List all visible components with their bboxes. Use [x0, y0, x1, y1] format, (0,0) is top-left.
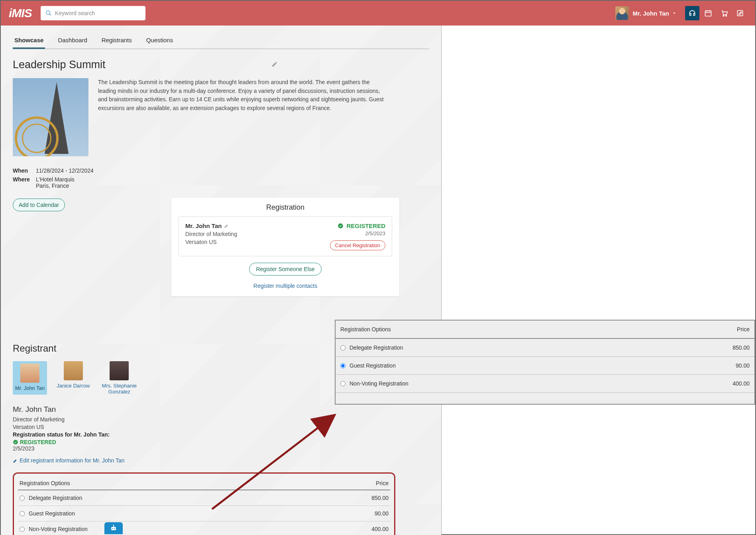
- option-row[interactable]: Delegate Registration 850.00: [18, 490, 390, 506]
- option-label: Delegate Registration: [29, 495, 371, 501]
- registrant-status-date: 2/5/2023: [13, 445, 429, 452]
- add-to-calendar-button[interactable]: Add to Calendar: [13, 199, 65, 211]
- tab-registrants[interactable]: Registrants: [100, 33, 134, 49]
- tab-showcase[interactable]: Showcase: [13, 33, 45, 49]
- registrant-name: Mr. John Tan: [15, 385, 45, 391]
- user-menu[interactable]: Mr. John Tan: [615, 6, 677, 20]
- when-value: 11/28/2024 - 12/2/2024: [36, 167, 94, 174]
- option-radio[interactable]: [340, 381, 346, 386]
- registration-options-panel: Registration Options Price Delegate Regi…: [13, 472, 395, 535]
- cancel-registration-button[interactable]: Cancel Registration: [330, 240, 385, 250]
- calendar-icon[interactable]: [701, 6, 715, 20]
- option-radio[interactable]: [20, 496, 25, 501]
- option-price: 850.00: [371, 495, 389, 501]
- option-label: Non-Voting Registration: [29, 526, 371, 532]
- svg-line-1: [49, 14, 51, 16]
- edit-event-icon[interactable]: [271, 61, 278, 69]
- when-label: When: [13, 167, 36, 174]
- svg-point-0: [46, 11, 50, 14]
- svg-rect-11: [111, 527, 116, 530]
- option-row[interactable]: Delegate Registration 850.00: [336, 339, 754, 357]
- registrant-chip-janice[interactable]: Janice Darrow: [57, 361, 90, 395]
- cart-icon[interactable]: [717, 6, 731, 20]
- svg-point-12: [112, 528, 113, 529]
- svg-rect-2: [705, 11, 711, 16]
- registration-card: Registration Mr. John Tan Director of Ma…: [171, 198, 399, 296]
- event-image: [13, 78, 88, 156]
- option-row[interactable]: Non-Voting Registration 400.00: [18, 521, 390, 535]
- option-price: 400.00: [732, 380, 750, 387]
- registrant-status-label: Registration status for Mr. John Tan:: [13, 431, 429, 438]
- search-box[interactable]: [41, 6, 145, 20]
- svg-point-9: [13, 440, 18, 445]
- chevron-down-icon: [672, 10, 677, 16]
- search-icon: [45, 10, 52, 16]
- registrant-chip-john[interactable]: Mr. John Tan: [13, 361, 47, 395]
- option-price: 90.00: [736, 362, 750, 369]
- check-circle-icon: [13, 439, 18, 445]
- options-heading: Registration Options: [20, 480, 376, 486]
- where-line2: Paris, France: [36, 183, 75, 189]
- edit-note-icon[interactable]: [733, 6, 747, 20]
- option-price: 90.00: [375, 510, 389, 517]
- user-name: Mr. John Tan: [633, 10, 669, 17]
- user-avatar: [615, 6, 629, 20]
- option-radio[interactable]: [20, 527, 25, 532]
- option-price: 400.00: [371, 526, 389, 532]
- reg-date: 2/5/2023: [330, 230, 385, 236]
- pencil-icon[interactable]: [224, 223, 229, 228]
- avatar: [110, 361, 129, 380]
- option-label: Guest Registration: [350, 362, 736, 369]
- option-radio[interactable]: [340, 345, 346, 350]
- avatar: [20, 364, 39, 383]
- registrant-chip-stephanie[interactable]: Mrs. Stephanie Gonzalez: [99, 361, 139, 395]
- edit-registrant-link[interactable]: Edit registrant information for Mr. John…: [13, 457, 429, 464]
- tab-questions[interactable]: Questions: [145, 33, 175, 49]
- svg-point-6: [723, 15, 724, 16]
- register-someone-else-button[interactable]: Register Someone Else: [249, 263, 321, 275]
- headset-icon[interactable]: [685, 6, 699, 20]
- option-label: Delegate Registration: [350, 344, 732, 351]
- check-circle-icon: [338, 223, 344, 229]
- svg-point-7: [726, 15, 727, 16]
- price-heading: Price: [737, 326, 750, 332]
- registration-card-title: Registration: [171, 198, 399, 216]
- options-heading: Registration Options: [340, 326, 737, 332]
- registrant-detail-role: Director of Marketing: [13, 416, 429, 423]
- reg-name: Mr. John Tan: [185, 222, 222, 229]
- option-row[interactable]: Guest Registration 90.00: [336, 357, 754, 375]
- option-radio[interactable]: [340, 363, 346, 368]
- register-multiple-link[interactable]: Register multiple contacts: [171, 279, 399, 296]
- chat-fab[interactable]: [104, 522, 123, 534]
- registrant-name: Janice Darrow: [57, 383, 90, 389]
- option-label: Non-Voting Registration: [350, 380, 732, 387]
- svg-point-13: [114, 528, 115, 529]
- svg-point-15: [113, 525, 114, 526]
- registration-options-popout: Registration Options Price Delegate Regi…: [335, 320, 755, 405]
- avatar: [64, 361, 83, 380]
- where-label: Where: [13, 176, 36, 189]
- svg-point-10: [338, 223, 344, 228]
- registrant-name: Mrs. Stephanie Gonzalez: [99, 383, 139, 395]
- page-title: Leadership Summit: [13, 59, 106, 71]
- search-input[interactable]: [55, 10, 141, 16]
- option-row[interactable]: Guest Registration 90.00: [18, 506, 390, 521]
- option-price: 850.00: [732, 344, 750, 351]
- option-label: Guest Registration: [29, 510, 375, 517]
- registrant-status: REGISTERED: [13, 439, 429, 445]
- reg-org: Versaton US: [185, 239, 330, 245]
- tab-dashboard[interactable]: Dashboard: [56, 33, 88, 49]
- pencil-icon: [13, 458, 18, 463]
- logo: iMIS: [9, 6, 32, 20]
- option-radio[interactable]: [20, 511, 25, 516]
- tab-row: Showcase Dashboard Registrants Questions: [13, 26, 429, 49]
- where-line1: L'Hotel Marquis: [36, 176, 75, 183]
- topbar: iMIS Mr. John Tan: [1, 1, 755, 26]
- reg-status: REGISTERED: [330, 222, 385, 229]
- registrant-detail-name: Mr. John Tan: [13, 405, 429, 414]
- reg-role: Director of Marketing: [185, 231, 330, 237]
- registrant-detail-org: Versaton US: [13, 424, 429, 430]
- option-row[interactable]: Non-Voting Registration 400.00: [336, 375, 754, 393]
- robot-icon: [108, 524, 119, 532]
- price-heading: Price: [376, 480, 389, 486]
